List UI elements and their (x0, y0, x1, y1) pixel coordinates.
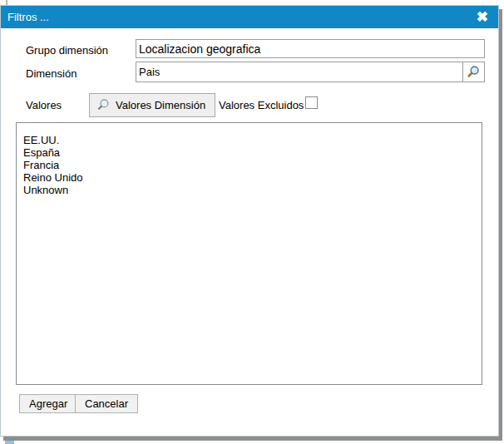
valores-listbox: EE.UU. España Francia Reino Unido Unknow… (16, 122, 482, 385)
close-icon[interactable]: ✖ (475, 10, 490, 24)
list-item[interactable]: Reino Unido (23, 171, 475, 184)
cancelar-button[interactable]: Cancelar (75, 394, 138, 413)
filtros-dialog: Filtros ... ✖ Grupo dimensión Dimensión … (0, 5, 499, 437)
search-icon (467, 65, 481, 79)
dialog-titlebar: Filtros ... ✖ (1, 6, 498, 28)
grupo-dimension-input[interactable] (136, 39, 485, 58)
dimension-label: Dimensión (26, 67, 77, 80)
valores-excluidos-checkbox[interactable] (305, 96, 318, 109)
dimension-input[interactable] (136, 62, 462, 81)
dialog-title: Filtros ... (7, 11, 475, 23)
valores-excluidos-label: Valores Excluidos (219, 99, 304, 111)
dimension-search-button[interactable] (462, 62, 484, 81)
valores-dimension-button-label: Valores Dimensión (116, 99, 205, 111)
list-item[interactable]: Francia (23, 159, 475, 171)
valores-label: Valores (26, 99, 62, 111)
grupo-dimension-label: Grupo dimensión (26, 44, 108, 57)
dimension-field (136, 62, 485, 82)
list-item[interactable]: Unknown (23, 184, 475, 196)
list-item[interactable]: España (23, 146, 475, 159)
list-item[interactable]: EE.UU. (23, 134, 475, 146)
agregar-button[interactable]: Agregar (19, 394, 77, 413)
search-icon (96, 98, 111, 112)
background-page-fragment (5, 440, 14, 444)
valores-dimension-button[interactable]: Valores Dimensión (89, 93, 215, 117)
